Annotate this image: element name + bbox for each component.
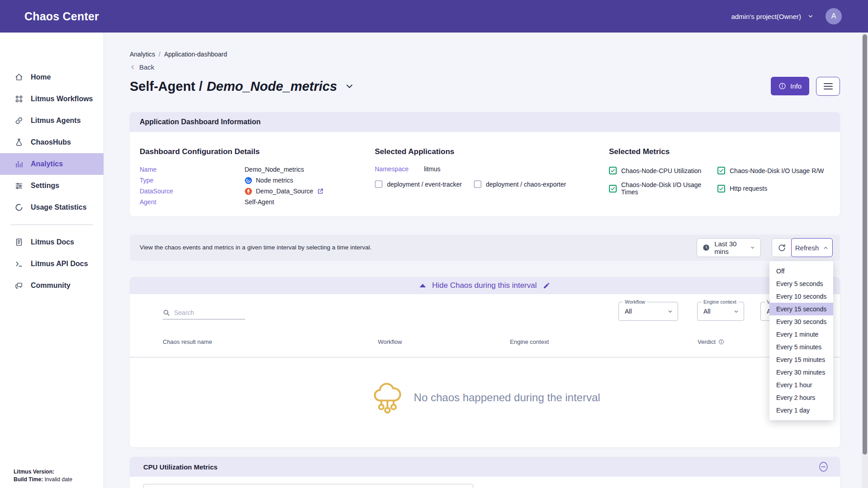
sidebar-item-home[interactable]: Home (0, 66, 104, 88)
dashboard-info-panel: Application Dashboard Information Dashbo… (130, 112, 840, 216)
title-chevron-down-icon[interactable] (344, 81, 354, 91)
column-chaos-result-name: Chaos result name (163, 338, 378, 345)
agent-name: Self-Agent / (130, 79, 203, 94)
info-button[interactable]: Info (771, 77, 809, 95)
sidebar-item-chaoshubs[interactable]: ChaosHubs (0, 131, 104, 153)
app-title: Chaos Center (24, 10, 99, 23)
sidebar: Home Litmus Workflows Litmus Agents Chao… (0, 33, 104, 488)
cpu-section-body (130, 477, 840, 488)
config-row-datasource: DataSource Demo_Data_Source (140, 186, 375, 197)
settings-icon (14, 181, 24, 190)
refresh-now-button[interactable] (772, 238, 792, 257)
menu-option-every-30-minutes[interactable]: Every 30 minutes (769, 366, 833, 379)
checkbox-unchecked[interactable] (375, 180, 382, 188)
time-range-select[interactable]: Last 30 mins (697, 238, 761, 257)
metric-checkbox[interactable]: Chaos-Node-CPU Utilization (609, 167, 717, 174)
selected-applications: Selected Applications Namespace litmus d… (375, 147, 609, 207)
sidebar-item-litmus-docs[interactable]: Litmus Docs (0, 231, 104, 253)
info-circle-icon[interactable] (718, 339, 724, 345)
back-link[interactable]: Back (130, 63, 161, 71)
project-selector[interactable]: admin's project(Owner) (731, 13, 814, 20)
collapse-minus-icon (819, 461, 828, 472)
chaos-center-app: Chaos Center admin's project(Owner) A Ho… (0, 0, 868, 488)
cpu-utilization-panel: CPU Utilization Metrics (130, 457, 840, 488)
chevron-up-icon (823, 245, 829, 251)
menu-option-off[interactable]: Off (769, 265, 833, 277)
external-link-icon[interactable] (317, 188, 324, 195)
prometheus-icon (245, 188, 252, 195)
namespace-value: litmus (424, 165, 441, 173)
menu-option-every-1-minute[interactable]: Every 1 minute (769, 328, 833, 341)
edit-icon[interactable] (543, 282, 550, 289)
metric-checkbox[interactable]: Http requests (717, 181, 840, 196)
search-box[interactable] (163, 309, 245, 319)
scrollbar-thumb[interactable] (863, 34, 867, 455)
flask-icon (14, 138, 24, 147)
menu-option-every-5-minutes[interactable]: Every 5 minutes (769, 341, 833, 353)
cpu-chart-placeholder (143, 484, 473, 488)
dashboard-configuration-details: Dashboard Configuration Details Name Dem… (140, 147, 375, 207)
checkbox-checked[interactable] (717, 185, 725, 192)
sidebar-item-community[interactable]: Community (0, 275, 104, 296)
vertical-scrollbar[interactable] (862, 33, 868, 488)
engine-context-filter[interactable]: Engine context All (697, 302, 744, 321)
selected-metrics: Selected Metrics Chaos-Node-CPU Utilizat… (609, 147, 840, 207)
hamburger-icon (824, 83, 833, 84)
menu-button[interactable] (816, 77, 840, 96)
checkbox-checked[interactable] (609, 185, 617, 192)
collapse-section-button[interactable] (819, 461, 828, 472)
sidebar-item-settings[interactable]: Settings (0, 175, 104, 197)
selected-metrics-title: Selected Metrics (609, 147, 840, 156)
terminal-icon (14, 259, 24, 268)
checkbox-checked[interactable] (717, 167, 725, 174)
breadcrumb-application-dashboard[interactable]: Application-dashboard (164, 51, 227, 58)
application-checkbox[interactable]: deployment / chaos-exporter (474, 180, 566, 188)
breadcrumb-analytics[interactable]: Analytics (130, 51, 155, 58)
metric-checkbox[interactable]: Chaos-Node-Disk I/O Usage R/W (717, 167, 840, 174)
menu-option-every-1-day[interactable]: Every 1 day (769, 404, 833, 417)
checkbox-checked[interactable] (609, 167, 617, 174)
config-details-title: Dashboard Configuration Details (140, 147, 375, 156)
menu-option-every-15-minutes[interactable]: Every 15 minutes (769, 353, 833, 366)
engine-context-filter-value: All (703, 308, 711, 315)
menu-option-every-5-seconds[interactable]: Every 5 seconds (769, 277, 833, 290)
title-row: Self-Agent / Demo_Node_metrics Info (130, 77, 840, 96)
dashboard-name: Demo_Node_metrics (207, 79, 337, 94)
avatar[interactable]: A (826, 8, 842, 24)
interval-description: View the chaos events and metrics in a g… (140, 243, 393, 252)
cloud-network-icon (369, 378, 406, 417)
hide-chaos-toggle[interactable]: Hide Chaos during this interval (130, 277, 840, 294)
page-title: Self-Agent / Demo_Node_metrics (130, 79, 354, 94)
metric-checkbox[interactable]: Chaos-Node-Disk I/O Usage Times (609, 181, 717, 196)
sidebar-item-litmus-agents[interactable]: Litmus Agents (0, 110, 104, 131)
config-row-agent: Agent Self-Agent (140, 197, 375, 207)
info-icon (778, 82, 786, 90)
application-checkbox[interactable]: deployment / event-tracker (375, 180, 462, 188)
namespace-label: Namespace (375, 165, 409, 173)
sidebar-item-litmus-workflows[interactable]: Litmus Workflows (0, 88, 104, 110)
clock-icon (703, 243, 710, 252)
build-time-label: Build Time: (14, 476, 43, 483)
selected-applications-title: Selected Applications (375, 147, 609, 156)
menu-option-every-15-seconds[interactable]: Every 15 seconds (769, 303, 833, 315)
sidebar-item-analytics[interactable]: Analytics (0, 153, 104, 175)
refresh-interval-button[interactable]: Refresh (791, 238, 833, 257)
menu-option-every-10-seconds[interactable]: Every 10 seconds (769, 290, 833, 303)
column-engine-context: Engine context (510, 338, 698, 345)
analytics-icon (14, 160, 24, 169)
breadcrumb: Analytics / Application-dashboard (130, 51, 840, 58)
search-input[interactable] (174, 309, 237, 316)
sidebar-item-litmus-api-docs[interactable]: Litmus API Docs (0, 253, 104, 275)
version-info: Litmus Version: Build Time: Invalid date (14, 468, 72, 483)
sidebar-item-usage-statistics[interactable]: Usage Statistics (0, 197, 104, 218)
checkbox-unchecked[interactable] (474, 180, 481, 188)
table-filters: Workflow All Engine context All Verdict … (130, 294, 840, 324)
usage-icon (14, 203, 24, 212)
menu-option-every-2-hours[interactable]: Every 2 hours (769, 391, 833, 404)
menu-option-every-30-seconds[interactable]: Every 30 seconds (769, 315, 833, 328)
menu-option-every-1-hour[interactable]: Every 1 hour (769, 379, 833, 391)
chevron-down-icon (750, 244, 755, 251)
community-icon (14, 281, 24, 290)
workflow-filter[interactable]: Workflow All (618, 302, 678, 321)
table-header: Chaos result name Workflow Engine contex… (130, 338, 840, 357)
